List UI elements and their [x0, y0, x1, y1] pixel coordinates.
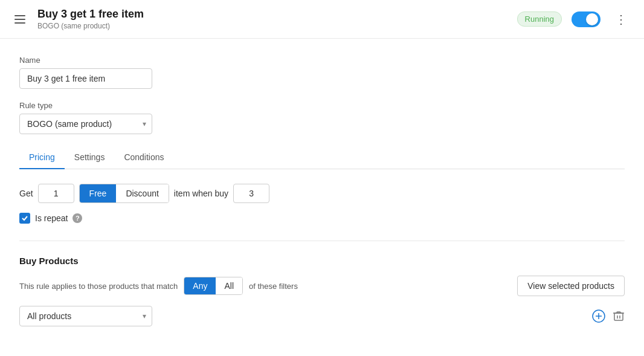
- add-filter-button[interactable]: [592, 309, 605, 323]
- buy-products-title: Buy Products: [19, 256, 625, 266]
- tab-pricing[interactable]: Pricing: [19, 146, 65, 169]
- buy-products-section: Buy Products This rule applies to those …: [19, 256, 625, 326]
- tab-conditions[interactable]: Conditions: [114, 146, 173, 169]
- tabs: Pricing Settings Conditions: [19, 146, 625, 169]
- header-left: Buy 3 get 1 free item BOGO (same product…: [12, 8, 517, 30]
- app-container: Buy 3 get 1 free item BOGO (same product…: [0, 0, 644, 356]
- section-divider: [19, 241, 625, 241]
- filter-row: This rule applies to those products that…: [19, 276, 625, 296]
- products-filter-select[interactable]: All products Specific products Product c…: [19, 306, 152, 326]
- header: Buy 3 get 1 free item BOGO (same product…: [0, 0, 644, 39]
- all-filter-button[interactable]: All: [216, 277, 242, 294]
- name-form-group: Name: [19, 56, 625, 89]
- rule-type-select-wrapper: BOGO (same product) Discount Fixed Price…: [19, 114, 152, 134]
- trash-icon: [613, 310, 625, 322]
- of-these-filters-text: of these filters: [249, 282, 298, 291]
- is-repeat-checkbox[interactable]: [19, 213, 30, 224]
- buy-quantity-input[interactable]: [233, 184, 269, 203]
- rule-type-select[interactable]: BOGO (same product) Discount Fixed Price: [19, 114, 152, 134]
- header-right: Running ⋮: [517, 11, 632, 28]
- enable-toggle[interactable]: [572, 11, 601, 27]
- check-icon: [21, 215, 28, 222]
- discount-button[interactable]: Discount: [116, 184, 168, 202]
- products-select-wrapper: All products Specific products Product c…: [19, 306, 152, 326]
- toggle-slider: [572, 11, 601, 27]
- get-label: Get: [19, 189, 33, 198]
- item-when-buy-label: item when buy: [174, 189, 228, 198]
- filter-text: This rule applies to those products that…: [19, 282, 178, 291]
- name-label: Name: [19, 56, 625, 65]
- view-selected-products-button[interactable]: View selected products: [517, 276, 625, 296]
- main-content: Name Rule type BOGO (same product) Disco…: [0, 39, 644, 356]
- name-input[interactable]: [19, 68, 152, 89]
- more-options-button[interactable]: ⋮: [610, 11, 632, 28]
- header-title-block: Buy 3 get 1 free item BOGO (same product…: [37, 8, 144, 30]
- free-button[interactable]: Free: [80, 184, 117, 202]
- rule-type-label: Rule type: [19, 101, 625, 110]
- page-title: Buy 3 get 1 free item: [37, 8, 144, 21]
- delete-filter-button[interactable]: [613, 310, 625, 322]
- rule-type-form-group: Rule type BOGO (same product) Discount F…: [19, 101, 625, 134]
- free-discount-btn-group: Free Discount: [79, 184, 169, 203]
- products-actions: [592, 309, 625, 323]
- page-subtitle: BOGO (same product): [37, 22, 144, 30]
- svg-rect-3: [614, 313, 623, 320]
- tab-settings[interactable]: Settings: [65, 146, 115, 169]
- any-all-btn-group: Any All: [184, 277, 243, 295]
- products-row: All products Specific products Product c…: [19, 306, 625, 326]
- is-repeat-row: Is repeat ?: [19, 213, 625, 224]
- hamburger-icon[interactable]: [12, 13, 28, 26]
- status-badge: Running: [517, 11, 562, 27]
- any-filter-button[interactable]: Any: [184, 277, 216, 294]
- plus-circle-icon: [592, 309, 605, 323]
- pricing-row: Get Free Discount item when buy: [19, 184, 625, 203]
- get-quantity-input[interactable]: [38, 184, 74, 203]
- is-repeat-label: Is repeat: [35, 213, 68, 223]
- help-icon[interactable]: ?: [72, 213, 82, 223]
